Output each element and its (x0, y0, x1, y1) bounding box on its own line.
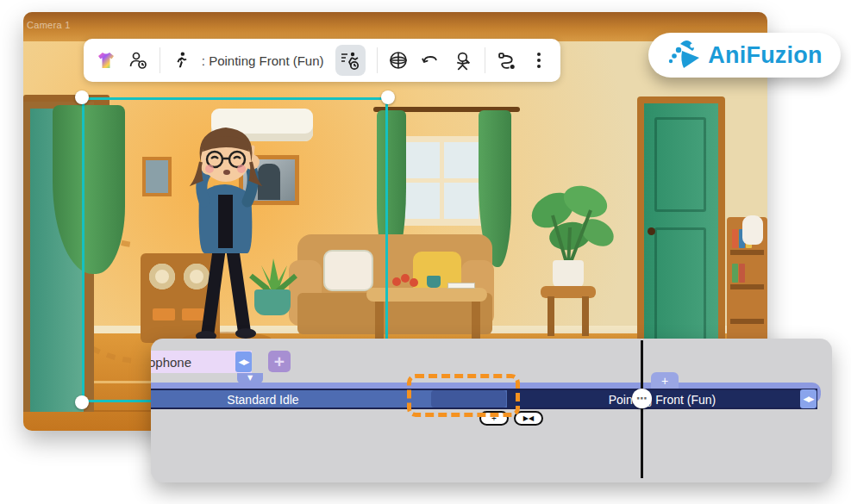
book (732, 264, 738, 283)
door-panel (654, 117, 706, 212)
logo-text: AniFuzion (708, 42, 822, 69)
character-clock-icon[interactable] (128, 49, 148, 72)
toolbar-divider (485, 47, 485, 73)
outfit-icon[interactable] (96, 49, 116, 72)
clip-trim-handle[interactable]: ◀▶ (235, 352, 252, 372)
run-motion-icon[interactable] (172, 49, 191, 72)
character-zoom-icon[interactable] (452, 49, 473, 72)
fruit (392, 277, 401, 286)
window (399, 136, 485, 226)
door-panel (654, 227, 706, 357)
window-pane (405, 142, 440, 178)
book (732, 229, 738, 248)
window-pane (405, 183, 440, 219)
shelf-board (730, 284, 764, 289)
insert-clip-tab[interactable]: + (651, 372, 679, 389)
motion-timeline-icon[interactable] (335, 45, 366, 76)
clip-options-button[interactable]: ⋯ (632, 389, 652, 408)
plant-pot (553, 260, 584, 289)
book (739, 264, 745, 283)
stool-leg (582, 296, 589, 336)
shelf-board (730, 319, 764, 324)
globe-icon[interactable] (388, 49, 409, 72)
clip-label: Pointing Front (Fun) (507, 393, 817, 407)
shelf-board (730, 250, 764, 255)
fruit (401, 274, 410, 283)
rotate-icon[interactable] (420, 49, 441, 72)
anifuzion-logo-icon (666, 39, 703, 72)
selection-handle-top-left[interactable] (75, 90, 89, 104)
scene-toolbar: : Pointing Front (Fun) (84, 39, 560, 82)
playhead[interactable] (641, 340, 643, 478)
anifuzion-logo: AniFuzion (648, 33, 841, 78)
selection-handle-top-right[interactable] (381, 90, 395, 104)
toolbar-divider (377, 47, 378, 73)
selection-handle-bottom-left[interactable] (75, 395, 89, 409)
toolbar-divider (160, 47, 160, 73)
add-track-button[interactable]: + (268, 351, 291, 372)
cup (427, 276, 441, 288)
window-pane (444, 142, 479, 178)
more-icon[interactable] (529, 49, 548, 72)
monstera-leaves (518, 176, 622, 271)
microphone-clip-label: ophone (151, 355, 191, 370)
window-pane (444, 183, 479, 219)
camera-label: Camera 1 (27, 20, 71, 30)
segment-selection-outline (407, 374, 520, 417)
clip-trim-handle[interactable]: ◀▶ (800, 389, 817, 408)
vase (742, 215, 763, 245)
motion-path-icon[interactable] (497, 49, 518, 72)
fruit (410, 278, 418, 287)
table-book (447, 283, 475, 289)
motion-label: : Pointing Front (Fun) (202, 53, 324, 68)
stool-leg (548, 296, 554, 336)
clip-label: Standard Idle (211, 393, 315, 407)
door-knob (648, 227, 655, 235)
app-window: Camera 1 (0, 0, 851, 504)
timeline-panel: ophone ◀▶ + ▼ Standard Idle Pointing Fro… (151, 339, 832, 482)
clip-pointing-front[interactable]: Pointing Front (Fun) (507, 389, 817, 409)
